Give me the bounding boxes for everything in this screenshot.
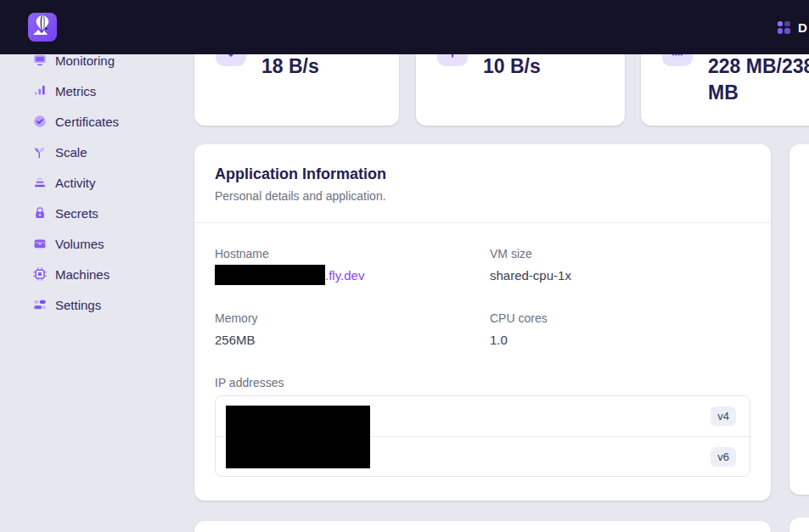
next-section-card-clipped: [194, 521, 771, 532]
card-subtitle: Personal details and application.: [215, 189, 750, 203]
header-dashboard-label[interactable]: D: [798, 20, 807, 35]
sidebar-item-label: Activity: [55, 176, 96, 190]
stat-value: 18 B/s: [261, 53, 319, 80]
grid-dots-icon[interactable]: [778, 21, 790, 34]
stat-value: 10 B/s: [483, 53, 541, 80]
application-information-card: Application Information Personal details…: [194, 144, 771, 501]
card-title: Application Information: [215, 165, 750, 183]
monitor-icon: [32, 53, 48, 68]
stat-value: 228 MB/238 MB: [708, 53, 809, 106]
sidebar-item-label: Settings: [55, 298, 101, 312]
vm-size-label: VM size: [490, 247, 532, 260]
hostname-fly-dev-link[interactable]: .fly.dev: [325, 268, 364, 283]
sidebar-nav: Monitoring Metrics Certificates Scale Ac…: [0, 54, 194, 320]
sidebar-item-label: Volumes: [55, 237, 104, 251]
sidebar-item-certificates[interactable]: Certificates: [0, 106, 194, 137]
sidebar-item-volumes[interactable]: Volumes: [0, 228, 194, 259]
vm-size-value: shared-cpu-1x: [490, 268, 571, 283]
sidebar-item-secrets[interactable]: Secrets: [0, 198, 194, 228]
fly-logo[interactable]: [28, 13, 57, 42]
sidebar-item-settings[interactable]: Settings: [0, 289, 194, 320]
hostname-value: .fly.dev: [215, 265, 364, 285]
ip-addresses-label: IP addresses: [215, 376, 284, 389]
memory-label: Memory: [215, 311, 258, 325]
sidebar-item-label: Metrics: [55, 84, 96, 98]
hostname-redaction-box: [215, 265, 325, 285]
cpu-cores-value: 1.0: [490, 333, 508, 347]
check-badge-icon: [32, 114, 48, 129]
sidebar-item-label: Monitoring: [55, 53, 115, 68]
sidebar-item-label: Secrets: [55, 206, 98, 221]
lock-icon: [32, 205, 48, 221]
top-header-bar: D: [0, 0, 809, 54]
sidebar-item-metrics[interactable]: Metrics: [0, 76, 194, 106]
sidebar-item-label: Certificates: [55, 115, 119, 129]
chip-icon: [32, 266, 48, 282]
hostname-label: Hostname: [215, 247, 269, 260]
sidebar-item-activity[interactable]: Activity: [0, 167, 194, 198]
sidebar-item-machines[interactable]: Machines: [0, 259, 194, 289]
right-column-next-card-clipped: [789, 518, 809, 532]
drive-icon: [32, 236, 48, 251]
bar-chart-icon: [32, 83, 48, 98]
fly-balloon-logo-icon: [28, 13, 57, 42]
application-information-header: Application Information Personal details…: [194, 144, 771, 223]
sidebar-item-scale[interactable]: Scale: [0, 137, 194, 167]
sidebar-item-label: Machines: [55, 267, 110, 282]
ip-addresses-redaction-box: [226, 406, 370, 468]
sidebar-item-label: Scale: [55, 145, 87, 160]
right-column-card-clipped: [789, 144, 809, 495]
header-right-cluster: D: [778, 20, 807, 35]
ip-version-badge: v6: [711, 447, 736, 467]
stack-icon: [32, 175, 48, 190]
memory-value: 256MB: [215, 333, 256, 347]
plant-icon: [32, 144, 48, 160]
toggles-icon: [32, 297, 48, 312]
ip-version-badge: v4: [711, 406, 736, 426]
cpu-cores-label: CPU cores: [490, 311, 548, 325]
